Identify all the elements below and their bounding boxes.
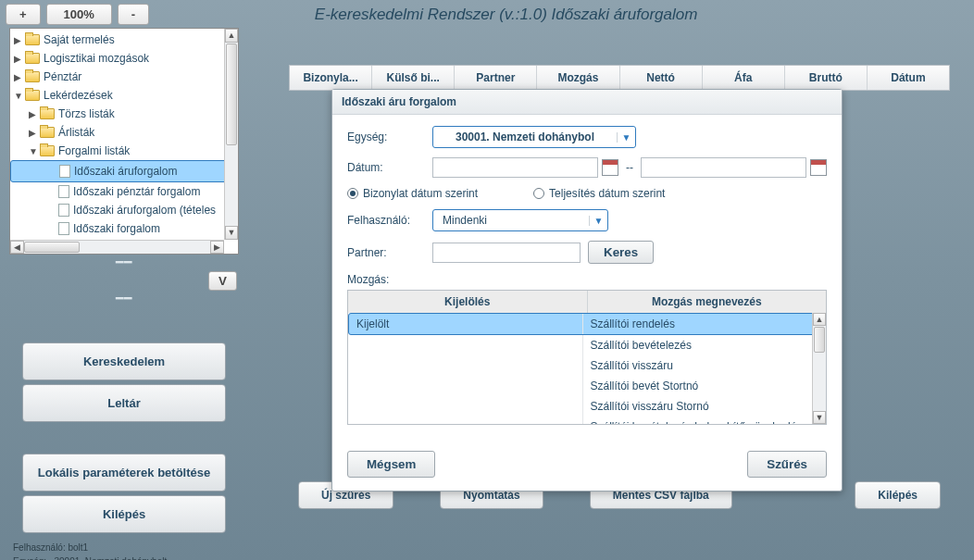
- date-separator: --: [626, 161, 633, 174]
- zoom-in-button[interactable]: +: [6, 4, 41, 25]
- tree-item[interactable]: Törzs listák: [10, 105, 238, 123]
- scroll-left-icon[interactable]: ◀: [10, 241, 24, 254]
- v-button[interactable]: V: [208, 271, 237, 291]
- zoom-level-button[interactable]: 100%: [46, 4, 112, 25]
- grid-header-col[interactable]: Áfa: [703, 66, 785, 90]
- results-grid-header: Bizonyla... Külső bi... Partner Mozgás N…: [289, 65, 950, 91]
- calendar-icon[interactable]: [602, 159, 618, 176]
- status-user-label: Felhasználó:: [13, 542, 66, 553]
- mozgas-cell: Szállítói visszáru: [583, 355, 827, 376]
- grid-header-col[interactable]: Bruttó: [785, 66, 868, 90]
- zoom-out-button[interactable]: -: [118, 4, 149, 25]
- mozgas-cell: [348, 355, 583, 376]
- radio-label: Teljesítés dátum szerint: [549, 187, 665, 200]
- tree-item[interactable]: Időszaki pénztár forgalom: [10, 182, 238, 201]
- tree-item-label: Logisztikai mozgások: [44, 52, 149, 65]
- radio-teljesites[interactable]: Teljesítés dátum szerint: [533, 187, 665, 200]
- date-to-input[interactable]: [641, 157, 806, 178]
- filter-dialog: Időszaki áru forgalom Egység: 30001. Nem…: [331, 89, 843, 492]
- mozgas-cell: [348, 376, 583, 396]
- kilepes-main-button[interactable]: Kilépés: [855, 481, 941, 509]
- scroll-up-icon[interactable]: ▲: [225, 29, 238, 43]
- szures-button[interactable]: Szűrés: [747, 451, 827, 478]
- splitter-grip[interactable]: ━━: [9, 255, 239, 271]
- unit-select[interactable]: 30001. Nemzeti dohánybol ▼: [432, 126, 636, 148]
- grid-header-col[interactable]: Bizonyla...: [290, 66, 372, 90]
- document-icon: [59, 165, 70, 178]
- folder-icon: [40, 108, 55, 119]
- tree-item-label: Saját termelés: [44, 33, 115, 46]
- mozgas-row[interactable]: Szállítói bevét Stortnó: [348, 376, 826, 396]
- grid-header-col[interactable]: Nettó: [620, 66, 703, 90]
- tree-item-label: Lekérdezések: [44, 89, 113, 102]
- document-icon: [58, 222, 69, 235]
- date-from-input[interactable]: [432, 157, 598, 178]
- status-unit-label: Egység:: [13, 556, 46, 560]
- navigation-tree[interactable]: Saját termelés Logisztikai mozgások Pénz…: [9, 28, 239, 255]
- mozgas-row[interactable]: Szállítói visszáru: [348, 355, 826, 376]
- folder-icon: [25, 90, 40, 101]
- tree-item-selected[interactable]: Időszaki áruforgalom: [10, 160, 238, 182]
- tree-item-label: Forgalmi listák: [58, 144, 130, 157]
- kereskedelem-button[interactable]: Kereskedelem: [22, 342, 226, 380]
- document-icon: [58, 204, 69, 217]
- radio-label: Bizonylat dátum szerint: [363, 187, 478, 200]
- scroll-thumb[interactable]: [226, 44, 237, 145]
- scroll-thumb[interactable]: [24, 242, 80, 253]
- grid-header-col[interactable]: Mozgás: [537, 66, 619, 90]
- tree-item[interactable]: Árlisták: [10, 123, 238, 142]
- keres-button[interactable]: Keres: [588, 241, 654, 264]
- radio-icon: [347, 188, 358, 199]
- tree-item[interactable]: Forgalmi listák: [10, 142, 238, 160]
- radio-bizonylat[interactable]: Bizonylat dátum szerint: [347, 187, 478, 200]
- scroll-thumb[interactable]: [814, 327, 825, 353]
- lokalis-parameterek-button[interactable]: Lokális paraméterek betöltése: [22, 454, 226, 492]
- scroll-down-icon[interactable]: ▼: [813, 411, 826, 424]
- mozgas-cell: Szállítói bevételezés: [583, 335, 827, 355]
- mozgas-scrollbar[interactable]: ▲ ▼: [812, 313, 826, 424]
- tree-item-label: Időszaki áruforgalom: [74, 165, 177, 178]
- scroll-right-icon[interactable]: ▶: [210, 241, 224, 254]
- grid-header-col[interactable]: Dátum: [868, 66, 949, 90]
- user-select[interactable]: Mindenki ▼: [432, 209, 608, 231]
- mozgas-cell: [348, 335, 583, 355]
- tree-item[interactable]: Saját termelés: [10, 31, 238, 49]
- tree-item[interactable]: Időszaki áruforgalom (tételes: [10, 201, 238, 219]
- tree-horizontal-scrollbar[interactable]: ◀▶: [10, 240, 224, 254]
- kilepes-button[interactable]: Kilépés: [22, 495, 226, 533]
- scroll-down-icon[interactable]: ▼: [225, 226, 238, 240]
- mozgas-label: Mozgás:: [347, 273, 827, 286]
- tree-item[interactable]: Időszaki forgalom: [10, 219, 238, 238]
- date-label: Dátum:: [347, 161, 432, 174]
- tree-item-label: Időszaki forgalom: [73, 222, 160, 235]
- dialog-title: Időszaki áru forgalom: [332, 90, 842, 115]
- mozgas-row[interactable]: Szállítói bevételezés: [348, 335, 826, 355]
- folder-icon: [40, 127, 55, 138]
- grid-header-col[interactable]: Külső bi...: [372, 66, 455, 90]
- calendar-icon[interactable]: [810, 159, 827, 176]
- mozgas-cell: Szállítói bevételezés helyesbítő növeked…: [583, 417, 827, 424]
- mozgas-row[interactable]: KijelöltSzállítói rendelés: [348, 313, 826, 335]
- tree-item[interactable]: Logisztikai mozgások: [10, 49, 238, 68]
- splitter-grip[interactable]: ━━: [9, 291, 239, 307]
- leltar-button[interactable]: Leltár: [22, 384, 226, 422]
- user-select-value: Mindenki: [433, 214, 589, 227]
- tree-item-label: Időszaki áruforgalom (tételes: [73, 204, 216, 217]
- tree-item[interactable]: Pénztár: [10, 68, 238, 86]
- mozgas-row[interactable]: Szállítói visszáru Stornó: [348, 396, 826, 417]
- chevron-down-icon: ▼: [617, 132, 635, 143]
- grid-header-col[interactable]: Partner: [455, 66, 537, 90]
- status-bar: Felhasználó: bolt1 Egység: 30001. Nemzet…: [9, 537, 239, 560]
- partner-input[interactable]: [432, 243, 581, 263]
- mozgas-header-kijeloles[interactable]: Kijelölés: [348, 291, 588, 313]
- tree-item-label: Árlisták: [58, 126, 94, 139]
- tree-item[interactable]: Lekérdezések: [10, 86, 238, 105]
- scroll-up-icon[interactable]: ▲: [813, 313, 826, 326]
- megsem-button[interactable]: Mégsem: [347, 451, 435, 478]
- radio-icon: [533, 188, 544, 199]
- mozgas-header-megnevezes[interactable]: Mozgás megnevezés: [588, 291, 827, 313]
- tree-vertical-scrollbar[interactable]: ▲ ▼: [224, 29, 238, 240]
- mozgas-row[interactable]: Szállítói bevételezés helyesbítő növeked…: [348, 417, 826, 424]
- mozgas-cell: Kijelölt: [349, 314, 583, 334]
- mozgas-cell: [348, 396, 583, 417]
